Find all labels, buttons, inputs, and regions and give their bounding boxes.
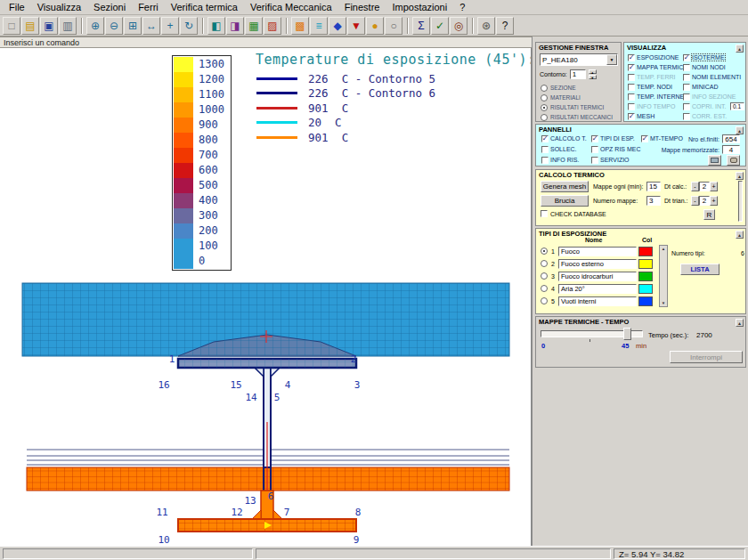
checkbox-temp-ferri[interactable]: TEMP. FERRI: [628, 72, 687, 82]
view-mesh-button[interactable]: ▦: [245, 17, 263, 35]
contorno-spinner[interactable]: ▲▼: [589, 69, 597, 79]
checkbox-temp-nodi[interactable]: TEMP. NODI: [628, 82, 687, 92]
settings-button[interactable]: ⊛: [477, 17, 495, 35]
info-section-button[interactable]: ○: [385, 17, 402, 35]
copri-int-field[interactable]: 0.1: [730, 102, 744, 110]
menu-item-impostazioni[interactable]: Impostazioni: [386, 1, 453, 13]
collapse-button[interactable]: ▲: [736, 319, 744, 327]
view-materials-button[interactable]: ◨: [226, 17, 244, 35]
checkbox-isoterme[interactable]: ✓ISOTERME: [683, 53, 744, 62]
zoom-out-button[interactable]: ⊖: [105, 17, 123, 35]
collapse-button[interactable]: ▲: [736, 231, 744, 239]
exposure-type-aria-20[interactable]: 4Aria 20°: [536, 282, 653, 295]
option-sezione[interactable]: SEZIONE: [541, 83, 613, 93]
dt-trian-minus-button[interactable]: -: [691, 196, 699, 206]
option-risultati-meccanici[interactable]: RISULTATI MECCANICI: [541, 112, 613, 122]
contorno-field[interactable]: 1: [570, 69, 586, 79]
window-selector-combo[interactable]: P_HEA180 ▼: [540, 53, 618, 66]
exposure-type-fuoco-esterno[interactable]: 2Fuoco esterno: [536, 257, 653, 270]
checkbox-info-tempo[interactable]: INFO TEMPO: [628, 101, 687, 111]
exposure-name-field[interactable]: Fuoco esterno: [558, 259, 637, 269]
dt-calc-minus-button[interactable]: -: [691, 182, 699, 191]
snapshot-button[interactable]: [727, 155, 740, 166]
results-button[interactable]: ◎: [450, 17, 467, 35]
info-time-button[interactable]: ●: [366, 17, 384, 35]
exposure-list-scrollbar[interactable]: ▲ ▼: [659, 245, 668, 307]
exposure-name-field[interactable]: Fuoco: [558, 247, 637, 256]
exposure-name-field[interactable]: Vuoti interni: [558, 296, 637, 306]
spinner-up-icon[interactable]: ▲: [589, 69, 597, 74]
menu-item-visualizza[interactable]: Visualizza: [31, 1, 87, 13]
new-file-button[interactable]: □: [3, 17, 20, 35]
menu-item-ferri[interactable]: Ferri: [132, 1, 165, 13]
r-button[interactable]: R: [703, 209, 715, 220]
exposure-type-fuoco[interactable]: 1Fuoco: [536, 245, 653, 257]
exposure-color-swatch[interactable]: [638, 259, 653, 269]
checkbox-mesh[interactable]: ✓MESH: [628, 111, 687, 121]
exposure-color-swatch[interactable]: [638, 296, 653, 306]
checkbox-sollec[interactable]: SOLLEC.: [541, 144, 591, 154]
checkbox-esposizione[interactable]: ✓ESPOSIZIONE: [628, 53, 687, 62]
checkbox-temp-interne[interactable]: TEMP. INTERNE: [628, 92, 687, 101]
mappe-ogni-field[interactable]: 15: [646, 182, 661, 191]
exposure-color-swatch[interactable]: [638, 272, 653, 281]
checkbox-mappa-termica[interactable]: ✓MAPPA TERMICA: [628, 62, 687, 72]
verify-button[interactable]: ✓: [431, 17, 449, 35]
spinner-down-icon[interactable]: ▼: [589, 75, 597, 79]
checkbox-nomi-nodi[interactable]: NOMI NODI: [683, 62, 744, 72]
scroll-up-icon[interactable]: ▲: [662, 247, 665, 251]
scroll-down-icon[interactable]: ▼: [662, 301, 665, 305]
exposure-color-swatch[interactable]: [638, 247, 653, 256]
view-section-button[interactable]: ◧: [207, 17, 225, 35]
menu-item-finestre[interactable]: Finestre: [338, 1, 386, 13]
checkbox-copri-int[interactable]: COPRI. INT.0.1: [683, 101, 744, 111]
lista-button[interactable]: LISTA: [680, 264, 720, 275]
print-button[interactable]: ▥: [59, 17, 77, 35]
collapse-button[interactable]: ▲: [736, 172, 744, 180]
brucia-button[interactable]: Brucia: [541, 195, 589, 207]
zoom-in-button[interactable]: ⊕: [86, 17, 104, 35]
checkbox-info-ris[interactable]: INFO RIS.: [541, 155, 591, 165]
checkbox-minicad[interactable]: MINICAD: [683, 82, 744, 92]
checkbox-corr-est[interactable]: CORR. EST.: [683, 111, 744, 121]
pan-button[interactable]: +: [161, 17, 179, 35]
zoom-window-button[interactable]: ⊞: [124, 17, 142, 35]
thermal-map-button[interactable]: ▩: [291, 17, 309, 35]
menu-item-item[interactable]: ?: [453, 1, 471, 13]
open-folder-button[interactable]: ▤: [21, 17, 39, 35]
dt-trian-plus-button[interactable]: +: [710, 196, 718, 206]
interrompi-button[interactable]: Interrompi: [670, 351, 743, 363]
isotherms-button[interactable]: ≡: [310, 17, 328, 35]
exposure-name-field[interactable]: Fuoco idrocarburi: [558, 272, 637, 281]
checkbox-icon[interactable]: [541, 210, 548, 217]
temp-bars-button[interactable]: ▼: [347, 17, 365, 35]
sum-button[interactable]: Σ: [412, 17, 430, 35]
exposure-type-fuoco-idrocarburi[interactable]: 3Fuoco idrocarburi: [536, 270, 653, 282]
exposure-color-swatch[interactable]: [638, 284, 653, 294]
checkbox-opz-ris-mec[interactable]: OPZ RIS MEC: [591, 144, 641, 154]
temp-nodes-button[interactable]: ◆: [329, 17, 346, 35]
numero-mappe-field[interactable]: 3: [646, 196, 661, 206]
checkbox-info-sezione[interactable]: INFO SEZIONE: [683, 92, 744, 101]
chevron-down-icon[interactable]: ▼: [606, 54, 617, 65]
menu-item-verifica-meccanica[interactable]: Verifica Meccanica: [244, 1, 338, 13]
checkbox-nomi-elementi[interactable]: NOMI ELEMENTI: [683, 72, 744, 82]
drawing-canvas[interactable]: 1300120011001000900800700600500400300200…: [0, 48, 532, 546]
checkbox-servizio[interactable]: SERVIZIO: [591, 155, 641, 165]
option-risultati-termici[interactable]: RISULTATI TERMICI: [541, 102, 613, 112]
help-tool-button[interactable]: ?: [496, 17, 514, 35]
dt-calc-field[interactable]: 2: [699, 182, 710, 191]
menu-item-verifica-termica[interactable]: Verifica termica: [165, 1, 244, 13]
exposure-name-field[interactable]: Aria 20°: [558, 284, 637, 294]
checkbox-calcolo-t[interactable]: ✓CALCOLO T.: [541, 134, 591, 143]
dt-trian-field[interactable]: 2: [699, 196, 710, 206]
save-button[interactable]: ▣: [40, 17, 58, 35]
menu-item-sezioni[interactable]: Sezioni: [87, 1, 132, 13]
redraw-button[interactable]: ↻: [180, 17, 198, 35]
checkbox-tipi-di-esp[interactable]: ✓TIPI DI ESP.: [591, 134, 641, 143]
view-exposure-button[interactable]: ▨: [264, 17, 281, 35]
option-materiali[interactable]: MATERIALI: [541, 93, 613, 102]
menu-item-file[interactable]: File: [3, 1, 31, 13]
print-button[interactable]: [708, 155, 721, 166]
zoom-extents-button[interactable]: ↔: [142, 17, 160, 35]
